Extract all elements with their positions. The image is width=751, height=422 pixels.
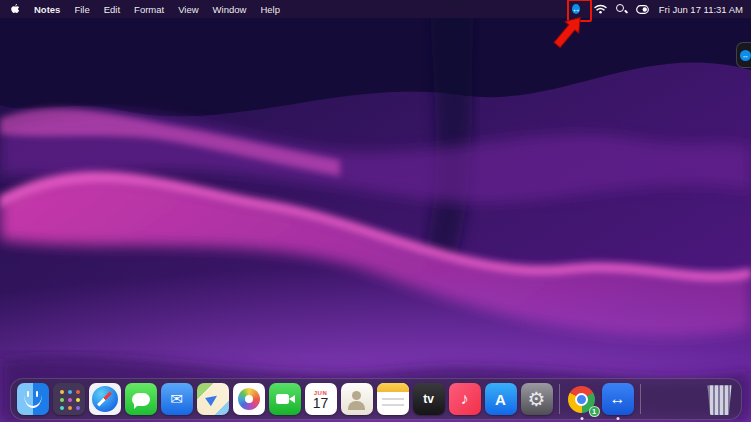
teamviewer-icon[interactable]: ↔ — [572, 4, 581, 14]
dock-icon-chrome[interactable]: 1 — [566, 383, 598, 415]
color-pinwheel-icon — [238, 388, 260, 410]
menu-bar-status: ↔ Fri Jun 17 11:31 AM — [572, 3, 743, 16]
finder-face-icon — [24, 395, 42, 408]
dock-icon-launchpad[interactable] — [53, 383, 85, 415]
menu-file[interactable]: File — [67, 4, 96, 15]
dock-icon-photos[interactable] — [233, 383, 265, 415]
teamviewer-icon: ↔ — [740, 50, 751, 61]
dock-icon-music[interactable]: ♪ — [449, 383, 481, 415]
dock-icon-apple-tv[interactable]: tv — [413, 383, 445, 415]
notes-header-icon — [377, 383, 409, 392]
search-icon[interactable] — [616, 4, 627, 15]
apple-icon — [10, 3, 20, 15]
dock-icon-facetime[interactable] — [269, 383, 301, 415]
running-indicator — [616, 417, 619, 420]
desktop-wallpaper[interactable] — [0, 0, 751, 422]
video-camera-icon — [276, 394, 289, 404]
dock-separator — [640, 384, 641, 414]
dock-icon-system-preferences[interactable]: ⚙ — [521, 383, 553, 415]
dock-icon-app-store[interactable]: A — [485, 383, 517, 415]
dock-icon-notes[interactable] — [377, 383, 409, 415]
teamviewer-side-panel-tab[interactable]: ↔ — [736, 42, 751, 68]
menu-edit[interactable]: Edit — [97, 4, 127, 15]
menu-help[interactable]: Help — [253, 4, 287, 15]
apple-menu[interactable] — [8, 3, 27, 15]
teamviewer-arrows-icon: ↔ — [610, 390, 626, 408]
music-note-icon: ♪ — [461, 390, 469, 408]
menu-format[interactable]: Format — [127, 4, 171, 15]
wifi-icon[interactable] — [594, 4, 607, 14]
gear-icon: ⚙ — [528, 387, 546, 411]
dock-icon-trash[interactable] — [705, 384, 735, 415]
active-app-menu[interactable]: Notes — [27, 4, 67, 15]
speech-bubble-icon — [132, 393, 150, 406]
dock-icon-contacts[interactable] — [341, 383, 373, 415]
tv-label: tv — [423, 392, 434, 406]
dock-icon-messages[interactable] — [125, 383, 157, 415]
dock-recents-area — [647, 383, 701, 415]
menu-bar-left: Notes File Edit Format View Window Help — [8, 3, 287, 15]
dock-separator — [559, 384, 560, 414]
safari-compass-icon — [92, 386, 118, 412]
dock-icon-teamviewer[interactable]: ↔ — [602, 383, 634, 415]
dock-icon-mail[interactable]: ✉ — [161, 383, 193, 415]
chrome-badge: 1 — [589, 406, 600, 417]
dock-icon-finder[interactable] — [17, 383, 49, 415]
calendar-day-label: 17 — [313, 396, 329, 411]
envelope-icon: ✉ — [170, 390, 183, 408]
menu-view[interactable]: View — [171, 4, 205, 15]
launchpad-grid-icon — [60, 390, 64, 394]
menubar-clock[interactable]: Fri Jun 17 11:31 AM — [658, 4, 743, 15]
notes-lines-icon — [382, 398, 404, 400]
teamviewer-menubar-item[interactable]: ↔ — [572, 3, 585, 16]
menu-bar: Notes File Edit Format View Window Help … — [0, 0, 751, 18]
dock-icon-calendar[interactable]: JUN 17 — [305, 383, 337, 415]
dock-icon-safari[interactable] — [89, 383, 121, 415]
navigation-arrow-icon — [205, 392, 220, 407]
dock-icon-maps[interactable] — [197, 383, 229, 415]
control-center-icon[interactable] — [636, 5, 649, 14]
menu-window[interactable]: Window — [206, 4, 254, 15]
running-indicator — [580, 417, 583, 420]
app-store-a-icon: A — [495, 391, 506, 408]
dock: ✉ JUN 17 tv ♪ A ⚙ 1 ↔ — [10, 378, 742, 420]
person-silhouette-icon — [352, 391, 361, 400]
